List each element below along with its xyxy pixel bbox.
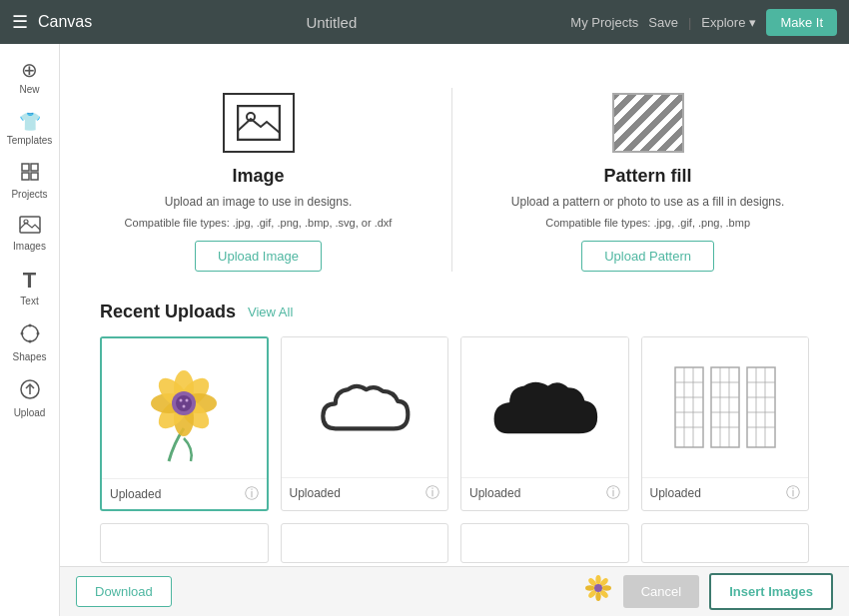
sidebar-item-new[interactable]: ⊕ New xyxy=(0,52,59,101)
svg-point-48 xyxy=(595,575,600,584)
hamburger-icon[interactable]: ☰ xyxy=(12,11,28,33)
upload-card-flower[interactable]: Uploaded ⓘ xyxy=(100,336,269,511)
image-upload-option: Image Upload an image to use in designs.… xyxy=(125,88,393,272)
sidebar-item-projects[interactable]: Projects xyxy=(0,156,59,206)
upload-card-footer-cloud-outline: Uploaded ⓘ xyxy=(282,477,448,508)
upload-card-partial-3[interactable] xyxy=(460,523,629,563)
upload-card-cloud-outline[interactable]: Uploaded ⓘ xyxy=(281,336,449,511)
topbar: ☰ Canvas Untitled My Projects Save | Exp… xyxy=(0,0,849,44)
topbar-brand: Canvas xyxy=(38,13,92,31)
image-option-compat: Compatible file types: .jpg, .gif, .png,… xyxy=(125,217,393,229)
svg-point-52 xyxy=(595,592,600,601)
upload-card-image-grid xyxy=(642,337,809,477)
topbar-right: My Projects Save | Explore ▾ Make It xyxy=(570,9,837,36)
svg-rect-3 xyxy=(31,173,38,180)
sidebar-label-new: New xyxy=(19,84,39,95)
sidebar-label-upload: Upload xyxy=(14,407,46,418)
info-icon-flower[interactable]: ⓘ xyxy=(245,485,259,503)
upload-label-grid: Uploaded xyxy=(650,486,701,500)
info-icon-cloud-filled[interactable]: ⓘ xyxy=(606,484,620,502)
svg-rect-1 xyxy=(31,164,38,171)
cancel-button[interactable]: Cancel xyxy=(623,575,699,608)
my-projects-link[interactable]: My Projects xyxy=(570,15,638,30)
flower-svg xyxy=(139,353,229,463)
sidebar-item-templates[interactable]: 👕 Templates xyxy=(0,105,59,152)
upload-card-footer-grid: Uploaded ⓘ xyxy=(642,477,809,508)
bottombar: Download Cancel Insert Images xyxy=(60,566,849,616)
topbar-title: Untitled xyxy=(306,14,357,31)
projects-icon xyxy=(20,162,40,187)
cloud-filled-svg xyxy=(489,365,599,450)
upload-card-partial-4[interactable] xyxy=(641,523,810,563)
download-button[interactable]: Download xyxy=(76,576,172,607)
explore-label: Explore xyxy=(701,15,745,30)
upload-card-image-flower xyxy=(102,338,267,478)
flower-icon-small xyxy=(583,573,613,610)
bottombar-right: Cancel Insert Images xyxy=(583,573,833,610)
svg-point-50 xyxy=(601,585,610,590)
sidebar-label-shapes: Shapes xyxy=(13,351,47,362)
section-divider xyxy=(451,88,452,272)
pattern-stripes xyxy=(612,93,684,153)
svg-point-23 xyxy=(176,395,192,411)
sidebar-item-shapes[interactable]: Shapes xyxy=(0,316,59,368)
svg-rect-34 xyxy=(711,367,739,447)
upload-card-partial-2[interactable] xyxy=(281,523,449,563)
text-icon: T xyxy=(23,268,36,294)
view-all-link[interactable]: View All xyxy=(248,305,293,319)
uploads-grid: Uploaded ⓘ Uploaded ⓘ xyxy=(100,336,809,511)
upload-image-button[interactable]: Upload Image xyxy=(195,241,322,272)
svg-point-8 xyxy=(28,340,31,343)
pattern-option-desc: Upload a pattern or photo to use as a fi… xyxy=(511,195,785,209)
upload-options: Image Upload an image to use in designs.… xyxy=(100,68,809,302)
insert-images-button[interactable]: Insert Images xyxy=(709,573,833,610)
images-icon xyxy=(19,216,41,239)
shapes-icon xyxy=(19,322,41,349)
sidebar-item-upload[interactable]: Upload xyxy=(0,372,59,424)
pattern-option-title: Pattern fill xyxy=(604,166,692,187)
pattern-upload-option: Pattern fill Upload a pattern or photo t… xyxy=(511,88,785,272)
topbar-left: ☰ Canvas xyxy=(12,11,92,33)
info-icon-cloud-outline[interactable]: ⓘ xyxy=(425,484,439,502)
sidebar-label-templates: Templates xyxy=(7,135,53,146)
pattern-option-compat: Compatible file types: .jpg, .gif, .png,… xyxy=(545,217,750,229)
upload-label-cloud-outline: Uploaded xyxy=(290,486,341,500)
svg-rect-2 xyxy=(22,173,29,180)
pattern-option-icon xyxy=(608,88,688,158)
sidebar-item-images[interactable]: Images xyxy=(0,210,59,258)
svg-point-10 xyxy=(36,332,39,335)
save-link[interactable]: Save xyxy=(648,15,678,30)
svg-rect-4 xyxy=(20,217,40,233)
svg-rect-41 xyxy=(747,367,775,447)
image-icon-svg xyxy=(237,105,281,141)
upload-card-footer-cloud-filled: Uploaded ⓘ xyxy=(461,477,628,508)
svg-point-6 xyxy=(22,325,38,341)
image-option-desc: Upload an image to use in designs. xyxy=(165,195,352,209)
upload-label-flower: Uploaded xyxy=(110,487,161,501)
svg-point-25 xyxy=(186,399,189,402)
sidebar: ⊕ New 👕 Templates Projects Images T Text… xyxy=(0,44,60,616)
info-icon-grid[interactable]: ⓘ xyxy=(786,484,800,502)
image-option-icon xyxy=(219,88,299,158)
pattern-icon-box xyxy=(612,93,684,153)
upload-card-image-cloud-outline xyxy=(282,337,448,477)
svg-point-24 xyxy=(180,399,183,402)
image-option-title: Image xyxy=(232,166,284,187)
upload-card-cloud-filled[interactable]: Uploaded ⓘ xyxy=(460,336,629,511)
svg-point-9 xyxy=(20,332,23,335)
makeit-button[interactable]: Make It xyxy=(766,9,837,36)
svg-rect-12 xyxy=(238,106,280,140)
main-content: Image Upload an image to use in designs.… xyxy=(60,44,849,616)
sidebar-item-text[interactable]: T Text xyxy=(0,262,59,312)
svg-rect-27 xyxy=(675,367,703,447)
svg-rect-0 xyxy=(22,164,29,171)
upload-card-grid[interactable]: Uploaded ⓘ xyxy=(641,336,810,511)
upload-card-partial-1[interactable] xyxy=(100,523,269,563)
new-icon: ⊕ xyxy=(21,58,38,82)
topbar-divider: | xyxy=(688,15,691,30)
svg-point-54 xyxy=(585,585,594,590)
explore-dropdown[interactable]: Explore ▾ xyxy=(701,15,756,30)
image-icon-box xyxy=(223,93,295,153)
recent-title: Recent Uploads xyxy=(100,302,236,322)
upload-pattern-button[interactable]: Upload Pattern xyxy=(581,241,714,272)
